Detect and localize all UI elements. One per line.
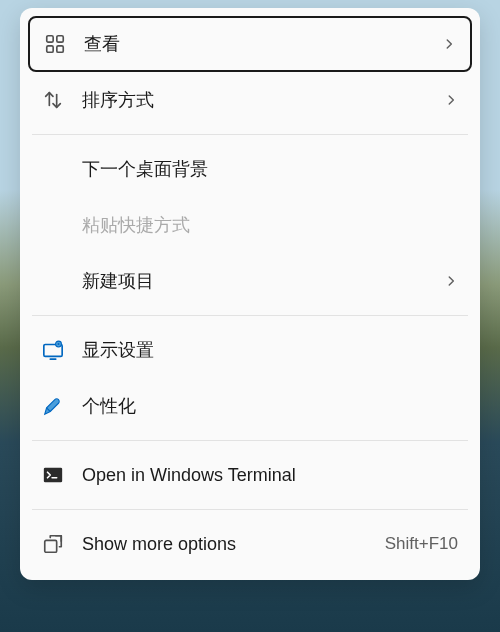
menu-item-personalize[interactable]: 个性化 [28, 378, 472, 434]
menu-label: 粘贴快捷方式 [82, 213, 458, 237]
menu-label: 新建项目 [82, 269, 444, 293]
menu-item-display-settings[interactable]: 显示设置 [28, 322, 472, 378]
svg-rect-8 [44, 468, 62, 483]
menu-label: Open in Windows Terminal [82, 465, 458, 486]
more-options-icon [42, 533, 64, 555]
menu-item-more-options[interactable]: Show more options Shift+F10 [28, 516, 472, 572]
menu-divider [32, 440, 468, 441]
menu-item-next-background[interactable]: 下一个桌面背景 [28, 141, 472, 197]
terminal-icon [42, 464, 64, 486]
svg-rect-0 [47, 36, 53, 42]
menu-label: Show more options [82, 534, 385, 555]
personalize-icon [42, 395, 64, 417]
menu-label: 排序方式 [82, 88, 444, 112]
menu-item-paste-shortcut: 粘贴快捷方式 [28, 197, 472, 253]
menu-label: 下一个桌面背景 [82, 157, 458, 181]
menu-item-terminal[interactable]: Open in Windows Terminal [28, 447, 472, 503]
menu-divider [32, 134, 468, 135]
display-settings-icon [42, 339, 64, 361]
menu-label: 个性化 [82, 394, 458, 418]
svg-rect-3 [57, 46, 63, 52]
sort-icon [42, 89, 64, 111]
svg-rect-1 [57, 36, 63, 42]
menu-shortcut: Shift+F10 [385, 534, 458, 554]
svg-rect-10 [45, 540, 57, 552]
desktop-context-menu: 查看 排序方式 下一个桌面背景 粘贴快捷方式 [20, 8, 480, 580]
chevron-right-icon [444, 274, 458, 288]
svg-rect-2 [47, 46, 53, 52]
menu-item-view[interactable]: 查看 [28, 16, 472, 72]
menu-label: 查看 [84, 32, 442, 56]
menu-divider [32, 509, 468, 510]
menu-divider [32, 315, 468, 316]
chevron-right-icon [442, 37, 456, 51]
menu-label: 显示设置 [82, 338, 458, 362]
chevron-right-icon [444, 93, 458, 107]
view-icon [44, 33, 66, 55]
svg-point-7 [57, 343, 59, 345]
menu-item-new[interactable]: 新建项目 [28, 253, 472, 309]
menu-item-sort[interactable]: 排序方式 [28, 72, 472, 128]
